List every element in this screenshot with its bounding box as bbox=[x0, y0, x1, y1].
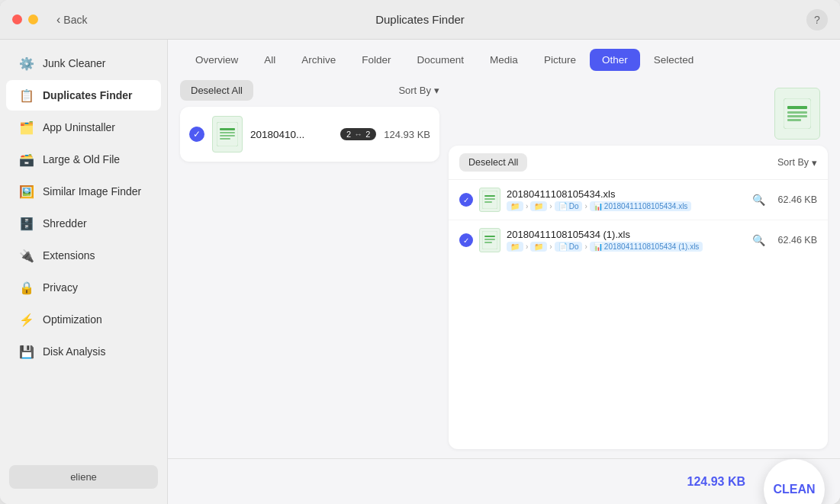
help-button[interactable]: ? bbox=[806, 9, 828, 30]
left-pane-toolbar: Deselect All Sort By ▾ bbox=[180, 80, 439, 101]
path-xls-2: 📊 20180411108105434 (1).xls bbox=[590, 242, 703, 252]
sidebar-item-app-uninstaller[interactable]: 🗂️ App Uninstaller bbox=[6, 112, 161, 143]
item-spreadsheet-icon-1 bbox=[479, 188, 500, 212]
tab-media[interactable]: Media bbox=[478, 49, 530, 71]
sidebar-item-disk-analysis[interactable]: 💾 Disk Analysis bbox=[6, 336, 161, 367]
sidebar-item-extensions[interactable]: 🔌 Extensions bbox=[6, 240, 161, 271]
search-icon-1[interactable]: 🔍 bbox=[752, 194, 765, 206]
back-label: Back bbox=[63, 14, 87, 26]
path-folder-2: 📁 bbox=[530, 201, 547, 211]
svg-rect-4 bbox=[220, 138, 230, 140]
item-info-1: 20180411108105434.xls 📁 › 📁 › 📄 Do › 📊 2… bbox=[507, 188, 746, 211]
svg-rect-3 bbox=[220, 135, 235, 136]
sidebar-item-large-old-file[interactable]: 🗃️ Large & Old File bbox=[6, 144, 161, 175]
title-bar: ‹ Back Duplicates Finder ? bbox=[0, 0, 840, 40]
similar-image-icon: 🖼️ bbox=[18, 183, 35, 200]
file-name: 20180410... bbox=[250, 129, 333, 140]
item-size-1: 62.46 KB bbox=[771, 194, 817, 205]
svg-rect-16 bbox=[484, 239, 495, 240]
large-old-file-icon: 🗃️ bbox=[18, 151, 35, 168]
file-preview-area bbox=[449, 80, 828, 140]
path-doc-1: 📄 Do bbox=[555, 201, 583, 211]
sidebar-item-optimization[interactable]: ⚡ Optimization bbox=[6, 304, 161, 335]
back-arrow-icon: ‹ bbox=[56, 13, 60, 27]
path-folder-icon-2: 📁 bbox=[507, 242, 523, 252]
file-checkbox[interactable]: ✓ bbox=[189, 127, 204, 142]
clean-button[interactable]: CLEAN bbox=[764, 459, 825, 505]
user-badge: eliene bbox=[9, 465, 158, 489]
sidebar-item-label: Large & Old File bbox=[43, 153, 120, 165]
sidebar-item-similar-image-finder[interactable]: 🖼️ Similar Image Finder bbox=[6, 176, 161, 207]
tab-other[interactable]: Other bbox=[590, 49, 640, 71]
close-button[interactable] bbox=[12, 14, 22, 24]
item-spreadsheet-icon-2 bbox=[479, 228, 500, 252]
tab-picture[interactable]: Picture bbox=[532, 49, 588, 71]
sidebar-item-label: App Uninstaller bbox=[43, 121, 115, 133]
list-item: ✓ 20180411108105434.xls bbox=[449, 180, 828, 220]
page-title: Duplicates Finder bbox=[375, 13, 465, 26]
item-path-1: 📁 › 📁 › 📄 Do › 📊 20180411108105434.xls bbox=[507, 201, 746, 211]
tab-overview[interactable]: Overview bbox=[183, 49, 250, 71]
svg-rect-2 bbox=[220, 132, 235, 133]
sidebar-item-duplicates-finder[interactable]: 📋 Duplicates Finder bbox=[6, 80, 161, 111]
disk-analysis-icon: 💾 bbox=[18, 343, 35, 360]
duplicate-badge: 2 ↔ 2 bbox=[340, 128, 376, 140]
tab-archive[interactable]: Archive bbox=[289, 49, 348, 71]
deselect-all-button[interactable]: Deselect All bbox=[180, 80, 253, 101]
item-path-2: 📁 › 📁 › 📄 Do › 📊 20180411108105434 (1).x… bbox=[507, 242, 746, 252]
back-button[interactable]: ‹ Back bbox=[56, 13, 87, 27]
path-arrow-4: › bbox=[526, 242, 528, 251]
app-window: ‹ Back Duplicates Finder ? ⚙️ Junk Clean… bbox=[0, 0, 840, 504]
chevron-down-icon: ▾ bbox=[434, 85, 439, 96]
svg-rect-7 bbox=[787, 111, 807, 114]
right-pane: Deselect All Sort By ▾ ✓ bbox=[449, 80, 828, 449]
list-item: ✓ 20180411108105434 (1).xls bbox=[449, 220, 828, 260]
right-sort-by-button[interactable]: Sort By ▾ bbox=[777, 157, 817, 169]
svg-rect-13 bbox=[484, 201, 492, 203]
item-checkbox-1[interactable]: ✓ bbox=[459, 193, 473, 207]
duplicates-finder-icon: 📋 bbox=[18, 87, 35, 104]
svg-rect-6 bbox=[787, 106, 807, 109]
sidebar-item-label: Duplicates Finder bbox=[43, 89, 132, 101]
path-arrow-6: › bbox=[584, 242, 587, 251]
preview-icon bbox=[774, 88, 820, 140]
left-pane: Deselect All Sort By ▾ ✓ bbox=[180, 80, 439, 449]
sidebar-item-label: Similar Image Finder bbox=[43, 185, 141, 197]
search-icon-2[interactable]: 🔍 bbox=[752, 234, 765, 246]
sidebar-item-label: Shredder bbox=[43, 217, 87, 230]
traffic-lights bbox=[12, 14, 38, 24]
shredder-icon: 🗄️ bbox=[18, 215, 35, 232]
app-uninstaller-icon: 🗂️ bbox=[18, 119, 35, 136]
path-folder-icon-1: 📁 bbox=[507, 201, 523, 211]
right-pane-toolbar: Deselect All Sort By ▾ bbox=[449, 146, 828, 180]
svg-rect-11 bbox=[484, 195, 495, 197]
sidebar-item-junk-cleaner[interactable]: ⚙️ Junk Cleaner bbox=[6, 48, 161, 79]
svg-rect-8 bbox=[787, 115, 807, 117]
sidebar-item-label: Junk Cleaner bbox=[43, 57, 106, 69]
minimize-button[interactable] bbox=[28, 14, 38, 24]
right-deselect-all-button[interactable]: Deselect All bbox=[459, 153, 527, 172]
item-filename-2: 20180411108105434 (1).xls bbox=[507, 229, 746, 240]
tab-document[interactable]: Document bbox=[405, 49, 477, 71]
path-arrow-5: › bbox=[549, 242, 552, 251]
sidebar-item-label: Disk Analysis bbox=[43, 345, 105, 358]
footer-bar: 124.93 KB CLEAN bbox=[168, 458, 840, 504]
tab-folder[interactable]: Folder bbox=[349, 49, 403, 71]
sidebar-item-label: Privacy bbox=[43, 281, 78, 294]
extensions-icon: 🔌 bbox=[18, 247, 35, 264]
duplicate-arrow: ↔ bbox=[354, 130, 362, 139]
sidebar-item-privacy[interactable]: 🔒 Privacy bbox=[6, 272, 161, 303]
file-group-item: ✓ 20180410... 2 bbox=[180, 107, 439, 162]
tab-selected[interactable]: Selected bbox=[642, 49, 706, 71]
item-size-2: 62.46 KB bbox=[771, 235, 817, 246]
sidebar-item-shredder[interactable]: 🗄️ Shredder bbox=[6, 208, 161, 239]
path-folder-3: 📁 bbox=[530, 242, 547, 252]
item-checkbox-2[interactable]: ✓ bbox=[459, 233, 473, 247]
tab-all[interactable]: All bbox=[252, 49, 288, 71]
privacy-icon: 🔒 bbox=[18, 279, 35, 296]
path-arrow-3: › bbox=[584, 202, 587, 210]
svg-rect-9 bbox=[787, 119, 801, 121]
item-filename-1: 20180411108105434.xls bbox=[507, 188, 746, 200]
sort-by-button[interactable]: Sort By ▾ bbox=[398, 85, 439, 96]
path-xls-1: 📊 20180411108105434.xls bbox=[590, 201, 692, 211]
